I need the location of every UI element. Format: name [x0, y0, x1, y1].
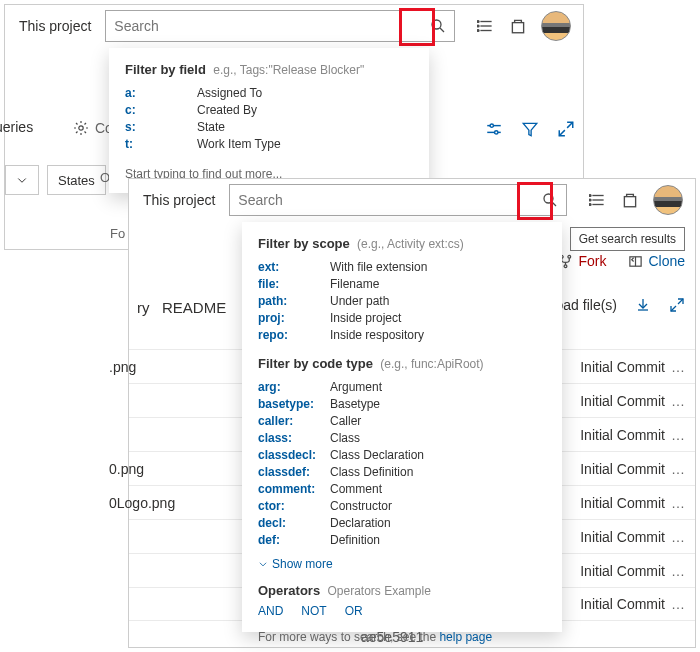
filter-row[interactable]: classdef:Class Definition — [258, 464, 546, 481]
filter-by-code-heading: Filter by code type — [258, 356, 373, 371]
commit-label: Initial Commit — [580, 461, 665, 477]
filter-value: Created By — [197, 102, 257, 119]
filter-key: classdef: — [258, 464, 330, 481]
commit-label: Initial Commit — [580, 495, 665, 511]
bag-icon[interactable] — [621, 191, 639, 209]
commit-label: Initial Commit — [580, 393, 665, 409]
filter-value: Inside respository — [330, 327, 424, 344]
filter-row[interactable]: basetype:Basetype — [258, 396, 546, 413]
commit-label: Initial Commit — [580, 596, 665, 612]
search-button-a[interactable] — [422, 11, 454, 41]
filter-row[interactable]: a:Assigned To — [125, 85, 413, 102]
bag-icon[interactable] — [509, 17, 527, 35]
more-icon[interactable]: … — [671, 359, 685, 375]
chevron-down-icon — [258, 559, 268, 569]
filter-row[interactable]: decl:Declaration — [258, 515, 546, 532]
download-icon[interactable] — [635, 297, 651, 313]
operator-and[interactable]: AND — [258, 604, 283, 618]
filter-value: Declaration — [330, 515, 391, 532]
filter-row[interactable]: arg:Argument — [258, 379, 546, 396]
filter-row[interactable]: classdecl:Class Declaration — [258, 447, 546, 464]
filter-row[interactable]: s:State — [125, 119, 413, 136]
avatar[interactable] — [541, 11, 571, 41]
expand-icon[interactable] — [669, 297, 685, 313]
filter-key: c: — [125, 102, 197, 119]
sliders-icon[interactable] — [485, 120, 503, 138]
more-icon[interactable]: … — [671, 461, 685, 477]
search-input-b[interactable] — [230, 185, 566, 215]
show-more-label: Show more — [272, 557, 333, 571]
filter-value: Constructor — [330, 498, 392, 515]
list-icon[interactable] — [589, 191, 607, 209]
states-pill[interactable]: States — [47, 165, 106, 195]
fork-button[interactable]: Fork — [558, 253, 606, 269]
queries-text: ueries — [0, 119, 33, 135]
search-dropdown-b: Filter by scope (e.g., Activity ext:cs) … — [242, 222, 562, 632]
scope-selector[interactable]: This project — [5, 12, 105, 40]
filter-key: file: — [258, 276, 330, 293]
more-icon[interactable]: … — [671, 596, 685, 612]
scope-table: ext:With file extensionfile:Filenamepath… — [258, 259, 546, 344]
operators-hint: Operators Example — [327, 584, 430, 598]
filter-row[interactable]: caller:Caller — [258, 413, 546, 430]
filter-row[interactable]: c:Created By — [125, 102, 413, 119]
dropdown-footer: For more ways to search, see the help pa… — [258, 630, 546, 644]
avatar[interactable] — [653, 185, 683, 215]
filter-key: class: — [258, 430, 330, 447]
commit-label: Initial Commit — [580, 529, 665, 545]
filter-row[interactable]: def:Definition — [258, 532, 546, 549]
filter-key: ctor: — [258, 498, 330, 515]
fork-clone-bar: Fork Clone — [558, 253, 685, 269]
more-icon[interactable]: … — [671, 495, 685, 511]
filter-value: Argument — [330, 379, 382, 396]
funnel-icon[interactable] — [521, 120, 539, 138]
filter-value: Class Declaration — [330, 447, 424, 464]
dropdown-pill[interactable] — [5, 165, 39, 195]
more-icon[interactable]: … — [671, 529, 685, 545]
gear-icon — [73, 120, 89, 136]
filter-value: Basetype — [330, 396, 380, 413]
operators-row: ANDNOTOR — [258, 604, 546, 618]
operator-or[interactable]: OR — [345, 604, 363, 618]
filter-row[interactable]: file:Filename — [258, 276, 546, 293]
search-button-b[interactable] — [534, 185, 566, 215]
filter-value: Filename — [330, 276, 379, 293]
expand-icon[interactable] — [557, 120, 575, 138]
filter-row[interactable]: path:Under path — [258, 293, 546, 310]
commit-label: Initial Commit — [580, 359, 665, 375]
file-name: .png — [109, 359, 136, 375]
search-input-a[interactable] — [106, 11, 454, 41]
more-icon[interactable]: … — [671, 563, 685, 579]
scope-hint: (e.g., Activity ext:cs) — [357, 237, 464, 251]
filter-row[interactable]: repo:Inside respository — [258, 327, 546, 344]
filter-key: decl: — [258, 515, 330, 532]
filter-value: State — [197, 119, 225, 136]
show-more-link[interactable]: Show more — [258, 557, 546, 571]
filter-row[interactable]: t:Work Item Type — [125, 136, 413, 153]
clone-button[interactable]: Clone — [628, 253, 685, 269]
filter-row[interactable]: ext:With file extension — [258, 259, 546, 276]
filter-row[interactable]: proj:Inside project — [258, 310, 546, 327]
filter-key: classdecl: — [258, 447, 330, 464]
filter-row[interactable]: ctor:Constructor — [258, 498, 546, 515]
file-name: 0Logo.png — [109, 495, 175, 511]
customize-button[interactable]: Co — [73, 120, 113, 136]
topbar-right-a — [455, 11, 583, 41]
readme-tab[interactable]: README — [162, 299, 226, 316]
commit-cell: Initial Commit… — [580, 393, 685, 409]
filter-key: basetype: — [258, 396, 330, 413]
filter-by-scope-heading: Filter by scope — [258, 236, 350, 251]
filter-hint-a: e.g., Tags:"Release Blocker" — [213, 63, 364, 77]
more-icon[interactable]: … — [671, 427, 685, 443]
filter-key: caller: — [258, 413, 330, 430]
pill-row: States — [5, 165, 106, 195]
more-icon[interactable]: … — [671, 393, 685, 409]
filter-row[interactable]: class:Class — [258, 430, 546, 447]
search-tooltip: Get search results — [570, 227, 685, 251]
list-icon[interactable] — [477, 17, 495, 35]
help-page-link[interactable]: help page — [439, 630, 492, 644]
clone-icon — [628, 254, 643, 269]
scope-selector-b[interactable]: This project — [129, 186, 229, 214]
filter-row[interactable]: comment:Comment — [258, 481, 546, 498]
operator-not[interactable]: NOT — [301, 604, 326, 618]
